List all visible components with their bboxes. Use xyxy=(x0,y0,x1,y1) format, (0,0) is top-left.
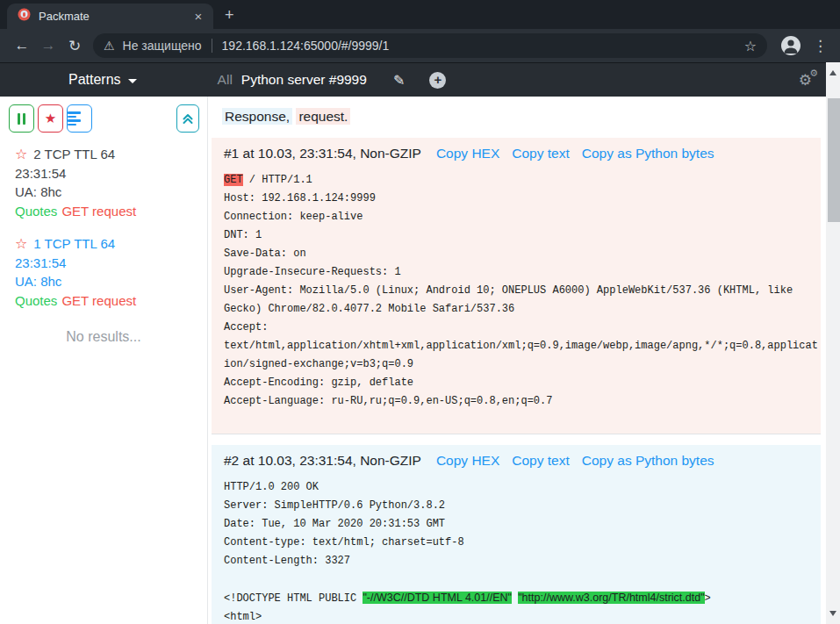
scrollbar-thumb[interactable] xyxy=(828,98,840,222)
security-label: Не защищено xyxy=(123,39,202,53)
copy-link[interactable]: Copy as Python bytes xyxy=(582,146,714,161)
omnibox-divider xyxy=(212,39,212,53)
tab-title: Packmate xyxy=(39,10,190,23)
tag-get-request: GET request xyxy=(61,293,136,308)
summary-segment: Response, xyxy=(222,108,292,125)
copy-link[interactable]: Copy HEX xyxy=(436,146,499,161)
copy-link[interactable]: Copy HEX xyxy=(436,453,499,469)
copy-link[interactable]: Copy text xyxy=(512,146,569,161)
profile-avatar[interactable] xyxy=(781,36,801,55)
favorites-filter-button[interactable]: ★ xyxy=(38,104,63,133)
scroll-up-arrow-icon[interactable] xyxy=(829,70,836,75)
pattern-tabs: All Python server #9999 ✎ + xyxy=(218,72,447,89)
stream-item-title: 1 TCP TTL 64 xyxy=(33,236,115,251)
stream-item-time: 23:31:54 xyxy=(15,254,207,273)
tag-quotes: Quotes xyxy=(15,293,57,308)
sidebar-controls: ★ xyxy=(0,104,207,133)
tag-get-request: GET request xyxy=(61,204,136,219)
browser-toolbar: ← → ↻ ⚠ Не защищено 192.168.1.124:65000/… xyxy=(0,29,840,62)
packet-list: #1 at 10.03, 23:31:54, Non-GZIPCopy HEXC… xyxy=(212,138,821,624)
favorite-star-icon[interactable]: ☆ xyxy=(15,236,27,251)
app-header: Patterns All Python server #9999 ✎ + ⚙ ⚙ xyxy=(0,62,826,97)
back-icon[interactable]: ← xyxy=(9,37,35,54)
tab-close-icon[interactable]: × xyxy=(190,9,206,25)
packet-block-response: #2 at 10.03, 23:31:54, Non-GZIPCopy HEXC… xyxy=(212,445,821,624)
browser-menu-icon[interactable]: ⋮ xyxy=(813,37,828,55)
stream-item-time: 23:31:54 xyxy=(15,164,207,183)
packet-title: #2 at 10.03, 23:31:54, Non-GZIP xyxy=(224,453,421,469)
copy-link[interactable]: Copy text xyxy=(512,453,569,469)
double-chevron-up-icon xyxy=(182,112,194,125)
patterns-label: Patterns xyxy=(68,72,121,88)
star-icon: ★ xyxy=(45,111,56,126)
stream-item-title: 2 TCP TTL 64 xyxy=(33,147,115,161)
chevron-down-icon xyxy=(128,79,137,83)
screen: Packmate × + ← → ↻ ⚠ Не защищено 192.168… xyxy=(0,0,840,624)
sidebar: ★ ☆2 TCP TTL xyxy=(0,97,208,624)
edit-pattern-icon[interactable]: ✎ xyxy=(393,72,405,89)
tab-all[interactable]: All xyxy=(218,72,233,88)
packet-head: #1 at 10.03, 23:31:54, Non-GZIPCopy HEXC… xyxy=(224,146,819,161)
new-tab-icon[interactable]: + xyxy=(225,7,234,23)
not-secure-warning-icon[interactable]: ⚠ xyxy=(104,39,115,53)
scroll-down-arrow-icon[interactable] xyxy=(829,611,836,616)
packet-head: #2 at 10.03, 23:31:54, Non-GZIPCopy HEXC… xyxy=(224,453,819,469)
packet-payload: GET / HTTP/1.1Host: 192.168.1.124:9999Co… xyxy=(224,171,819,411)
browser-tab[interactable]: Packmate × xyxy=(7,4,213,29)
url-text: 192.168.1.124:65000/#/9999/1 xyxy=(222,39,744,53)
reload-icon[interactable]: ↻ xyxy=(61,37,88,55)
settings-gears-icon[interactable]: ⚙ ⚙ xyxy=(799,71,812,90)
align-lines-icon xyxy=(68,111,81,114)
stream-item-ua: UA: 8hc xyxy=(15,272,207,291)
content-area: ★ ☆2 TCP TTL xyxy=(0,97,826,624)
patterns-menu[interactable]: Patterns xyxy=(68,72,137,88)
browser-tabstrip: Packmate × + xyxy=(0,0,840,29)
list-filter-button[interactable] xyxy=(67,104,92,133)
forward-icon[interactable]: → xyxy=(35,37,61,54)
bookmark-star-icon[interactable]: ☆ xyxy=(744,38,757,54)
stream-item-ua: UA: 8hc xyxy=(15,183,207,202)
pattern-summary: Response, request. xyxy=(222,109,821,125)
no-results-text: No results... xyxy=(0,329,207,345)
copy-link[interactable]: Copy as Python bytes xyxy=(582,453,714,469)
packet-block-request: #1 at 10.03, 23:31:54, Non-GZIPCopy HEXC… xyxy=(212,138,821,434)
packet-payload: HTTP/1.0 200 OKServer: SimpleHTTP/0.6 Py… xyxy=(224,478,819,624)
packet-title: #1 at 10.03, 23:31:54, Non-GZIP xyxy=(224,146,421,161)
tag-quotes: Quotes xyxy=(15,204,57,219)
pause-capture-button[interactable] xyxy=(9,104,34,133)
packmate-favicon-icon xyxy=(18,8,31,25)
favorite-star-icon[interactable]: ☆ xyxy=(15,147,27,161)
packet-stream-list: ☆2 TCP TTL 6423:31:54UA: 8hcQuotesGET re… xyxy=(0,145,207,310)
tab-current-pattern[interactable]: Python server #9999 xyxy=(241,72,367,88)
summary-segment: request. xyxy=(296,108,350,125)
stream-item[interactable]: ☆1 TCP TTL 6423:31:54UA: 8hcQuotesGET re… xyxy=(15,234,207,310)
collapse-sidebar-button[interactable] xyxy=(176,104,199,133)
address-bar[interactable]: ⚠ Не защищено 192.168.1.124:65000/#/9999… xyxy=(93,33,767,58)
packet-detail-pane: Response, request. #1 at 10.03, 23:31:54… xyxy=(208,97,826,624)
scrollbar[interactable] xyxy=(826,62,840,624)
stream-item[interactable]: ☆2 TCP TTL 6423:31:54UA: 8hcQuotesGET re… xyxy=(15,145,207,220)
add-pattern-icon[interactable]: + xyxy=(429,72,446,89)
pause-icon xyxy=(18,113,20,125)
